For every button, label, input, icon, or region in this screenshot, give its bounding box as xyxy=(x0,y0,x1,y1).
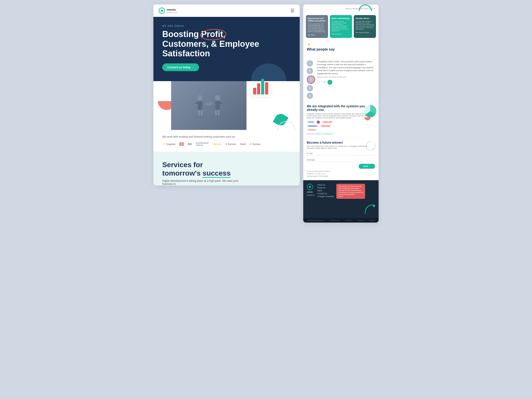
client-xynteo1: ✦ Xynteo xyxy=(225,143,236,146)
integrations-row-2: Tidbanken Office 365 xyxy=(307,125,375,127)
services-title-highlight: success xyxy=(203,169,231,178)
svg-point-10 xyxy=(205,102,213,106)
services-title-line1: Services for xyxy=(162,161,203,169)
footer-email: post@omniaconsulting.no xyxy=(307,220,325,221)
clients-row: ⚡Cognite C BW ScandinavianAirlines Matri… xyxy=(162,142,291,146)
teal-pie-chart-decoration xyxy=(364,104,377,118)
testimonial-next-button[interactable]: › xyxy=(327,80,332,85)
svg-point-5 xyxy=(215,95,220,101)
handshake-image xyxy=(171,81,247,130)
integrations-link[interactable]: Read more about our integrations → xyxy=(307,133,335,135)
integrations-section: We are integrated with the systems you a… xyxy=(303,102,379,138)
email-field[interactable] xyxy=(307,151,375,156)
svg-rect-8 xyxy=(215,110,217,115)
chart-widget xyxy=(250,83,271,97)
hamburger-menu[interactable]: ☰ xyxy=(290,8,294,13)
handshake-svg xyxy=(189,92,229,119)
dropdown-label: Want to be the best in the class xyxy=(345,7,373,10)
chart-bar-3 xyxy=(261,79,264,95)
client-c: C xyxy=(179,142,184,146)
brand-sub: analytics xyxy=(167,11,177,13)
avatar-featured: C xyxy=(307,75,315,84)
svg-rect-9 xyxy=(218,110,219,115)
footer-linkedin-link[interactable]: LinkedIn xyxy=(369,220,375,221)
contact-title: Become a future winner! xyxy=(307,141,375,144)
office365-logo-1: Office 365 xyxy=(322,120,333,123)
hero-highlight: Profit, xyxy=(201,30,225,39)
contact-description: Fill in the contact form if you want us … xyxy=(307,145,375,149)
svg-rect-4 xyxy=(201,110,203,115)
logo-area: omnia analytics xyxy=(159,7,177,14)
card-results-title: Results driven xyxy=(355,17,374,20)
svg-rect-3 xyxy=(198,110,200,115)
card-results-link[interactable]: Our success stories → xyxy=(355,32,374,33)
client-xynteo2: ✦ Xynteo xyxy=(250,143,261,146)
hero-semicircle-decoration xyxy=(251,63,286,81)
chart-bar-1 xyxy=(253,88,256,95)
salmon-semi-decoration xyxy=(364,117,371,120)
footer-logo-icon xyxy=(307,184,313,190)
footer-service-2: Data visualization and analysis xyxy=(338,188,363,189)
footer-service-1: Data platform and data warehouse xyxy=(338,185,363,187)
card-methodology: Work methodology Our agile working metho… xyxy=(330,15,352,38)
services-title: Services for tomorrow's success xyxy=(162,160,291,177)
card-methodology-link[interactable]: How we work → xyxy=(332,33,350,35)
card-consultants-link[interactable]: Our Team → xyxy=(308,34,326,36)
card-results-desc: We start with the goal & delivering our … xyxy=(355,21,374,30)
contact-section: Become a future winner! Fill in the cont… xyxy=(303,138,379,180)
testimonial-prev-button[interactable]: ‹ xyxy=(317,80,322,85)
services-description: Digital development is taking place at a… xyxy=(162,179,247,185)
footer-link-about[interactable]: About Us xyxy=(317,184,334,186)
contact-us-button[interactable]: Contact us today → xyxy=(162,63,199,71)
quote-marks: " xyxy=(307,53,375,59)
hero-title: Boosting Profit, Customers, & Employee S… xyxy=(162,30,291,58)
hero-section: WE ARE OMNIA Boosting Profit, Customers,… xyxy=(153,17,300,81)
footer-teal-arc-decoration xyxy=(364,204,375,215)
card-methodology-title: Work methodology xyxy=(332,17,350,20)
footer-contact-link[interactable]: Contact us xyxy=(345,220,352,221)
image-inner xyxy=(171,81,247,130)
office365-logo-2: Office 365 xyxy=(320,125,331,127)
chart-bar-2 xyxy=(257,83,260,95)
footer-facebook-link[interactable]: Facebook xyxy=(357,220,364,221)
testimonials-heading: What people say xyxy=(307,47,375,51)
svg-rect-2 xyxy=(196,102,203,104)
testimonial-count: 1/7 xyxy=(323,81,326,83)
integrations-row-1: VISMA Office 365 xyxy=(307,120,375,124)
testimonial-row: A B C D E Compelling Call-to-Action: The… xyxy=(307,60,375,99)
contact-phone: Telephone: +47 995 21 127 xyxy=(307,172,375,175)
integrations-logos: VISMA Office 365 Tidbanken Office 365 Hu… xyxy=(307,120,375,131)
logo-dot xyxy=(161,10,163,12)
footer-link-powerbi[interactable]: Power BI xyxy=(317,187,334,189)
cognite-label: Cognite xyxy=(166,143,175,146)
footer-brand-sub: analytics xyxy=(307,194,315,196)
dropdown-bar[interactable]: Want to be the best in the class ▾ xyxy=(345,7,375,10)
services-teaser: Services for tomorrow's success Digital … xyxy=(153,152,300,185)
hubspot-logo: HubSpot xyxy=(307,128,317,131)
footer-link-meeting[interactable]: Arrange a meeting xyxy=(317,195,334,197)
testimonial-text: Compelling Call-to-Action: The prominent… xyxy=(317,60,375,75)
clients-label: We work with exciting and forward-lookin… xyxy=(162,135,291,138)
svg-point-12 xyxy=(372,148,374,149)
message-field[interactable] xyxy=(307,158,375,162)
client-cognite: ⚡Cognite xyxy=(162,143,175,146)
footer-brand-name: omnia xyxy=(307,191,313,193)
right-panel: Want to be the best in the class ▾ Exper… xyxy=(303,4,379,222)
client-scandinavian: ScandinavianAirlines xyxy=(196,142,209,146)
footer-phone: +47994623121 xyxy=(330,220,340,221)
testimonials-section: ⚡ What people say " A B C D E Compelling… xyxy=(303,40,379,102)
right-top-decoration: Want to be the best in the class ▾ xyxy=(303,4,379,13)
send-button[interactable]: Send → xyxy=(359,164,375,169)
footer-link-contact[interactable]: Contact Us xyxy=(317,192,334,195)
contact-address: Neumans gate 25 5015 Bergen xyxy=(307,175,375,177)
visma-logo: VISMA xyxy=(307,120,315,123)
purple-dot-decoration xyxy=(317,120,320,124)
clients-section: We work with exciting and forward-lookin… xyxy=(153,130,300,152)
card-consultants-desc: We are committed with good relationships… xyxy=(308,23,326,32)
integrations-link-text: Read more about our integrations → xyxy=(307,133,335,135)
footer-link-team[interactable]: Team xyxy=(317,190,334,192)
lightning-icon: ⚡ xyxy=(307,42,375,47)
client-heim: Heim xyxy=(240,143,246,146)
contact-email: E-mail: post@omniaconsulting.no xyxy=(307,170,375,172)
svg-rect-7 xyxy=(215,102,222,104)
